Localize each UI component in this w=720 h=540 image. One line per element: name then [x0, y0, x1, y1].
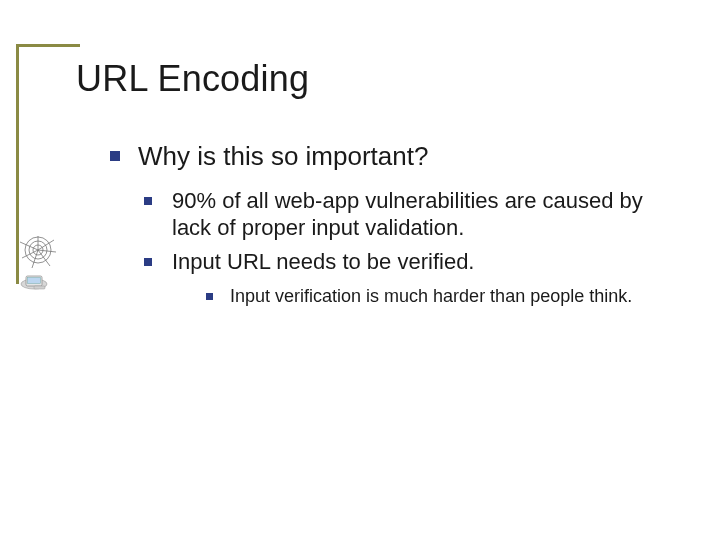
bullet-level-3: Input verification is much harder than p… [206, 285, 670, 308]
title-rule-horizontal [16, 44, 80, 47]
spider-web-icon [20, 236, 68, 296]
bullet-level-2: 90% of all web-app vulnerabilities are c… [144, 187, 670, 242]
bullet-text: 90% of all web-app vulnerabilities are c… [172, 188, 643, 241]
square-bullet-icon [144, 258, 152, 266]
bullet-text: Input verification is much harder than p… [230, 286, 632, 306]
bullet-level-2: Input URL needs to be verified. [144, 248, 670, 276]
svg-rect-12 [28, 278, 41, 284]
title-block: URL Encoding [76, 58, 309, 100]
bullet-level-1: Why is this so important? [110, 140, 670, 173]
square-bullet-icon [144, 197, 152, 205]
svg-rect-13 [34, 286, 45, 289]
title-rule-vertical [16, 44, 19, 284]
slide-title: URL Encoding [76, 58, 309, 100]
square-bullet-icon [206, 293, 213, 300]
content-area: Why is this so important? 90% of all web… [110, 140, 670, 308]
bullet-text: Why is this so important? [138, 141, 428, 171]
square-bullet-icon [110, 151, 120, 161]
slide: URL Encoding [0, 0, 720, 540]
bullet-text: Input URL needs to be verified. [172, 249, 474, 274]
